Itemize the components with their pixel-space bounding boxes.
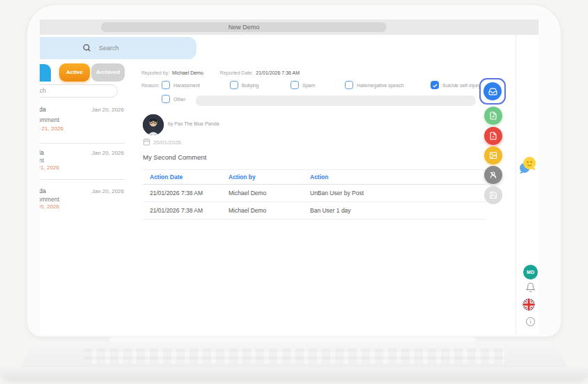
table-row[interactable]: 21/01/2026 7:38 AM Michael Demo UnBan Us…: [143, 185, 486, 202]
action-button-ban-user[interactable]: [484, 166, 502, 184]
top-search-placeholder: Search: [99, 37, 119, 59]
checkbox-suicide-self-injury[interactable]: [431, 81, 439, 89]
checkbox-bullying[interactable]: [230, 81, 238, 89]
list-item-date: Jan 20, 2026: [40, 150, 124, 156]
user-avatar[interactable]: MD: [523, 265, 538, 279]
action-button-remove[interactable]: [484, 127, 502, 145]
ban-user-icon: [489, 171, 497, 179]
laptop-base: [0, 367, 588, 380]
cell-action-date: 21/01/2026 7:38 AM: [143, 190, 229, 197]
checkbox-spam[interactable]: [291, 81, 299, 89]
checkbox-other[interactable]: [162, 95, 170, 103]
window-title: New Demo: [101, 22, 387, 32]
laptop-keys: [84, 348, 504, 364]
checkbox-label: Bullying: [242, 83, 259, 88]
checkbox-hate-speech[interactable]: [345, 81, 353, 89]
cell-action-by: Michael Demo: [229, 190, 310, 197]
column-header[interactable]: Action: [310, 174, 486, 181]
cell-action-by: Michael Demo: [229, 207, 310, 214]
checkbox-label: Hate/negative speech: [357, 83, 404, 88]
list-divider: [40, 179, 125, 180]
inbox-icon: [488, 87, 497, 96]
list-item-highlight-date: Jan 20, 2026: [40, 203, 59, 210]
tab-archived[interactable]: Archived: [91, 63, 125, 82]
list-divider: [40, 143, 125, 144]
list-item-highlight-date: Jan 21, 2026: [40, 164, 59, 171]
cell-action: Ban User 1 day: [310, 207, 486, 214]
checkbox-label: Other: [173, 97, 186, 102]
reporter-byline: by Pax The Blue Panda: [168, 121, 219, 126]
report-meta-row: Reported by: Michael Demo Reported Date:…: [141, 70, 300, 75]
list-item-comment: My Second Comment: [40, 116, 59, 123]
action-button-save-disabled: [484, 186, 502, 204]
comment-title: My Second Comment: [143, 153, 206, 161]
reported-by-label: Reported by:: [141, 70, 169, 75]
bell-icon[interactable]: [525, 282, 536, 293]
calendar-icon: [143, 138, 150, 146]
chat-widget-icon[interactable]: [518, 156, 537, 175]
column-header[interactable]: Action Date: [143, 174, 229, 181]
list-item-date: Jan 20, 2026: [40, 107, 124, 113]
search-icon: [82, 43, 91, 52]
file-check-icon: [489, 112, 497, 120]
tab-new[interactable]: [40, 64, 51, 82]
check-icon: [432, 83, 438, 89]
column-header[interactable]: Action by: [229, 174, 310, 181]
reported-date-value: 21/01/2026 7:36 AM: [256, 70, 300, 75]
person-image: [143, 114, 164, 135]
app-screen: New Demo Search + MD i Active Archived S: [40, 20, 539, 335]
sidebar-search-input[interactable]: Search: [40, 84, 118, 98]
list-item-date: Jan 20, 2026: [40, 188, 124, 194]
reporter-avatar: [143, 114, 164, 135]
action-button-approve[interactable]: [484, 107, 502, 125]
checkbox-label: Harassment: [173, 83, 200, 88]
file-remove-icon: [489, 132, 497, 140]
reported-by-value: Michael Demo: [172, 70, 203, 75]
list-item-comment: My Second Comment: [40, 196, 59, 203]
checkbox-harassment[interactable]: [162, 81, 170, 89]
list-item-highlight-date: Jan 21, 2026: [40, 125, 63, 132]
other-reason-input[interactable]: [196, 95, 476, 106]
actions-table: Action Date Action by Action 21/01/2026 …: [143, 169, 486, 220]
action-button-inbox-selected[interactable]: [479, 78, 506, 105]
cell-action-date: 21/01/2026 7:38 AM: [143, 207, 229, 214]
list-item-comment: My Comment: [40, 157, 44, 164]
reported-date-label: Reported Date:: [220, 70, 253, 75]
checkbox-label: Suicide self-injury: [442, 83, 481, 88]
language-flag-icon[interactable]: [523, 298, 535, 311]
cell-action: UnBan User by Post: [310, 190, 486, 197]
reason-label: Reason:: [141, 83, 160, 88]
table-header-row: Action Date Action by Action: [143, 169, 486, 185]
table-row[interactable]: 21/01/2026 7:38 AM Michael Demo Ban User…: [143, 202, 486, 220]
report-comment-date: 20/01/2026: [153, 139, 181, 146]
info-icon[interactable]: i: [526, 317, 535, 326]
top-search-bar[interactable]: Search: [40, 37, 196, 59]
window-titlebar: New Demo: [40, 20, 539, 35]
image-icon: [489, 151, 497, 160]
tab-active[interactable]: Active: [59, 63, 90, 82]
checkbox-label: Spam: [302, 83, 315, 88]
action-button-media[interactable]: [484, 146, 502, 164]
save-icon: [489, 191, 497, 199]
